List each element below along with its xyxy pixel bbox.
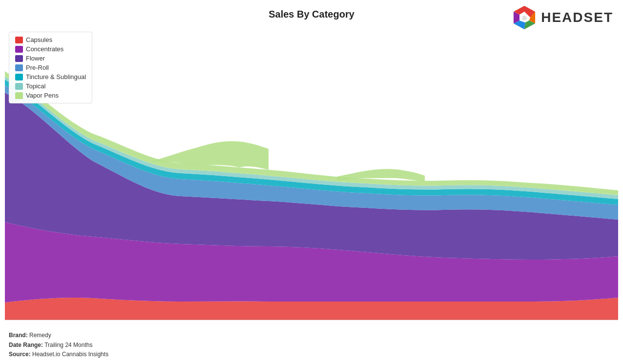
- legend-item-label: Concentrates: [26, 45, 63, 53]
- legend-item: Vapor Pens: [15, 92, 86, 99]
- page-container: HEADSET Sales By Category CapsulesConcen…: [0, 0, 623, 364]
- legend-item-label: Tincture & Sublingual: [26, 73, 86, 81]
- date-range-value: Trailing 24 Months: [44, 342, 92, 348]
- legend-item-label: Vapor Pens: [26, 92, 59, 99]
- brand-label: Brand:: [9, 332, 28, 339]
- legend-item-label: Topical: [26, 82, 45, 90]
- footer-source: Source: Headset.io Cannabis Insights: [9, 350, 108, 359]
- footer-info: Brand: Remedy Date Range: Trailing 24 Mo…: [9, 331, 108, 359]
- legend-swatch: [15, 37, 23, 43]
- chart-title: Sales By Category: [0, 9, 623, 20]
- footer-brand: Brand: Remedy: [9, 331, 108, 340]
- legend-item: Topical: [15, 82, 86, 90]
- legend-item: Concentrates: [15, 45, 86, 53]
- legend: CapsulesConcentratesFlowerPre-RollTinctu…: [9, 32, 92, 103]
- legend-swatch: [15, 74, 23, 81]
- legend-swatch: [15, 46, 23, 53]
- legend-item-label: Pre-Roll: [26, 64, 49, 71]
- brand-value: Remedy: [29, 332, 51, 339]
- legend-item: Tincture & Sublingual: [15, 73, 86, 81]
- source-value: Headset.io Cannabis Insights: [32, 351, 108, 358]
- legend-item-label: Capsules: [26, 36, 52, 43]
- source-label: Source:: [9, 351, 31, 358]
- date-range-label: Date Range:: [9, 342, 43, 348]
- legend-item-label: Flower: [26, 55, 45, 62]
- legend-item: Capsules: [15, 36, 86, 43]
- chart-svg: 2023-01 2023-04 2023-07 2023-10 2024-01 …: [5, 29, 618, 320]
- legend-item: Pre-Roll: [15, 64, 86, 71]
- legend-swatch: [15, 55, 23, 62]
- legend-swatch: [15, 64, 23, 71]
- chart-area: 2023-01 2023-04 2023-07 2023-10 2024-01 …: [5, 29, 618, 320]
- footer-date-range: Date Range: Trailing 24 Months: [9, 341, 108, 350]
- legend-item: Flower: [15, 55, 86, 62]
- legend-swatch: [15, 83, 23, 90]
- legend-swatch: [15, 92, 23, 99]
